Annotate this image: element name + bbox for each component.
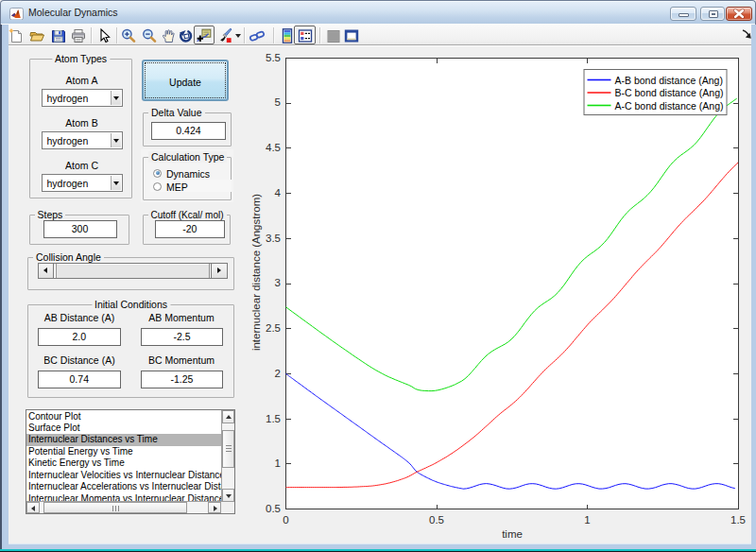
svg-text:B-C bond distance (Ang): B-C bond distance (Ang)	[615, 87, 724, 98]
svg-text:A-B bond distance (Ang): A-B bond distance (Ang)	[615, 75, 723, 86]
svg-text:A-C bond distance (Ang): A-C bond distance (Ang)	[615, 100, 724, 112]
